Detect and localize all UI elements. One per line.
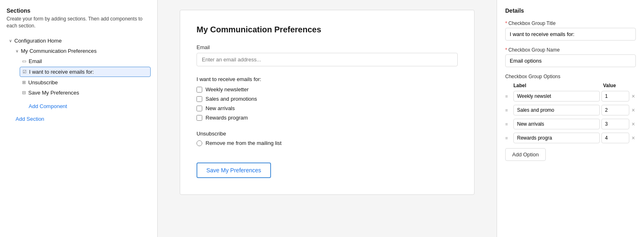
- chevron-down-icon-2: ∨: [16, 49, 18, 53]
- checkbox-rewards-input[interactable]: [197, 115, 202, 121]
- unsubscribe-section: Unsubscribe Remove me from the mailing l…: [197, 131, 458, 146]
- unsubscribe-icon: ⊞: [22, 80, 26, 85]
- option-row: ≡ ×: [505, 133, 636, 143]
- checkbox-group-name-label: * Checkbox Group Name: [505, 47, 636, 53]
- chevron-down-icon: ∨: [9, 38, 12, 43]
- checkbox-group-title-label: * Checkbox Group Title: [505, 20, 636, 26]
- drag-handle-1[interactable]: ≡: [505, 108, 512, 113]
- checkbox-group-nav-label: I want to receive emails for:: [29, 69, 94, 75]
- checkbox-weekly[interactable]: Weekly newsletter: [197, 86, 458, 93]
- checkbox-rewards[interactable]: Rewards program: [197, 115, 458, 121]
- option-value-input-2[interactable]: [601, 119, 629, 129]
- remove-option-button-1[interactable]: ×: [631, 107, 636, 113]
- checkbox-sales-input[interactable]: [197, 96, 202, 102]
- nav-my-comm-prefs[interactable]: ∨ My Communication Preferences: [13, 46, 151, 56]
- remove-option-button-0[interactable]: ×: [631, 93, 636, 99]
- option-value-input-3[interactable]: [601, 133, 629, 143]
- sections-title: Sections: [7, 7, 151, 14]
- options-columns-header: Label Value: [505, 83, 636, 88]
- option-row: ≡ ×: [505, 91, 636, 102]
- checkbox-new-arrivals-input[interactable]: [197, 106, 202, 111]
- required-star-1: *: [505, 20, 507, 26]
- add-section-link[interactable]: Add Section: [13, 114, 47, 124]
- nav-email[interactable]: ▭ Email: [20, 56, 151, 66]
- checkbox-section: I want to receive emails for: Weekly new…: [197, 76, 458, 121]
- checkbox-sales[interactable]: Sales and promotions: [197, 96, 458, 102]
- checkbox-new-arrivals[interactable]: New arrivals: [197, 105, 458, 111]
- option-row: ≡ ×: [505, 105, 636, 115]
- nav-checkbox-group[interactable]: ☑ I want to receive emails for:: [20, 67, 151, 77]
- my-comm-prefs-label: My Communication Preferences: [21, 48, 97, 54]
- option-label-input-2[interactable]: [513, 119, 600, 129]
- checkbox-icon: ☑: [23, 69, 27, 74]
- label-column-header: Label: [513, 83, 601, 88]
- option-label-input-0[interactable]: [513, 91, 600, 102]
- checkbox-weekly-label: Weekly newsletter: [206, 86, 249, 93]
- unsubscribe-option-label: Remove me from the mailing list: [206, 140, 282, 146]
- checkbox-group-options-section: Checkbox Group Options Label Value ≡ × ≡…: [505, 74, 636, 161]
- option-label-input-1[interactable]: [513, 105, 600, 115]
- sections-description: Create your form by adding sections. The…: [7, 16, 151, 29]
- center-panel: My Communication Preferences Email I wan…: [158, 0, 497, 237]
- checkbox-rewards-label: Rewards program: [206, 115, 248, 121]
- email-field-label: Email: [197, 44, 458, 50]
- unsubscribe-title: Unsubscribe: [197, 131, 458, 137]
- option-row: ≡ ×: [505, 119, 636, 129]
- unsubscribe-nav-label: Unsubscribe: [28, 79, 58, 86]
- email-section: Email: [197, 44, 458, 66]
- form-title: My Communication Preferences: [197, 25, 458, 34]
- checkbox-group-name-input[interactable]: [505, 54, 636, 67]
- add-component-link[interactable]: Add Component: [26, 102, 70, 111]
- checkbox-sales-label: Sales and promotions: [206, 96, 257, 102]
- add-option-button[interactable]: Add Option: [505, 148, 546, 161]
- email-input[interactable]: [197, 53, 458, 66]
- drag-handle-3[interactable]: ≡: [505, 135, 512, 140]
- options-rows: ≡ × ≡ × ≡ × ≡ ×: [505, 91, 636, 143]
- config-home-label: Configuration Home: [14, 38, 62, 44]
- checkbox-weekly-input[interactable]: [197, 87, 202, 93]
- nav-unsubscribe[interactable]: ⊞ Unsubscribe: [20, 78, 151, 87]
- drag-handle-0[interactable]: ≡: [505, 94, 512, 99]
- save-my-prefs-nav-label: Save My Preferences: [28, 90, 79, 96]
- option-value-input-0[interactable]: [601, 91, 629, 102]
- save-preferences-button[interactable]: Save My Preferences: [197, 163, 271, 178]
- email-nav-label: Email: [29, 58, 42, 64]
- checkbox-group-title-input[interactable]: [505, 28, 636, 41]
- right-panel: Details * Checkbox Group Title * Checkbo…: [497, 0, 644, 237]
- options-table-header: Checkbox Group Options: [505, 74, 636, 79]
- form-preview: My Communication Preferences Email I wan…: [180, 10, 475, 195]
- required-star-2: *: [505, 47, 507, 53]
- details-title: Details: [505, 7, 636, 14]
- checkbox-group-title: I want to receive emails for:: [197, 76, 458, 82]
- save-icon: ⊟: [22, 90, 26, 95]
- option-value-input-1[interactable]: [601, 105, 629, 115]
- drag-handle-2[interactable]: ≡: [505, 122, 512, 126]
- checkbox-group-name-field: * Checkbox Group Name: [505, 47, 636, 67]
- checkbox-new-arrivals-label: New arrivals: [206, 105, 235, 111]
- option-label-input-3[interactable]: [513, 133, 600, 143]
- unsubscribe-radio[interactable]: [197, 140, 202, 146]
- remove-option-button-2[interactable]: ×: [631, 121, 636, 127]
- email-icon: ▭: [22, 59, 26, 64]
- unsubscribe-radio-item[interactable]: Remove me from the mailing list: [197, 140, 458, 146]
- left-panel: Sections Create your form by adding sect…: [0, 0, 158, 237]
- nav-save-my-prefs[interactable]: ⊟ Save My Preferences: [20, 88, 151, 97]
- nav-config-home[interactable]: ∨ Configuration Home: [7, 36, 151, 45]
- value-column-header: Value: [603, 83, 636, 88]
- remove-option-button-3[interactable]: ×: [631, 135, 636, 141]
- checkbox-group-title-field: * Checkbox Group Title: [505, 20, 636, 41]
